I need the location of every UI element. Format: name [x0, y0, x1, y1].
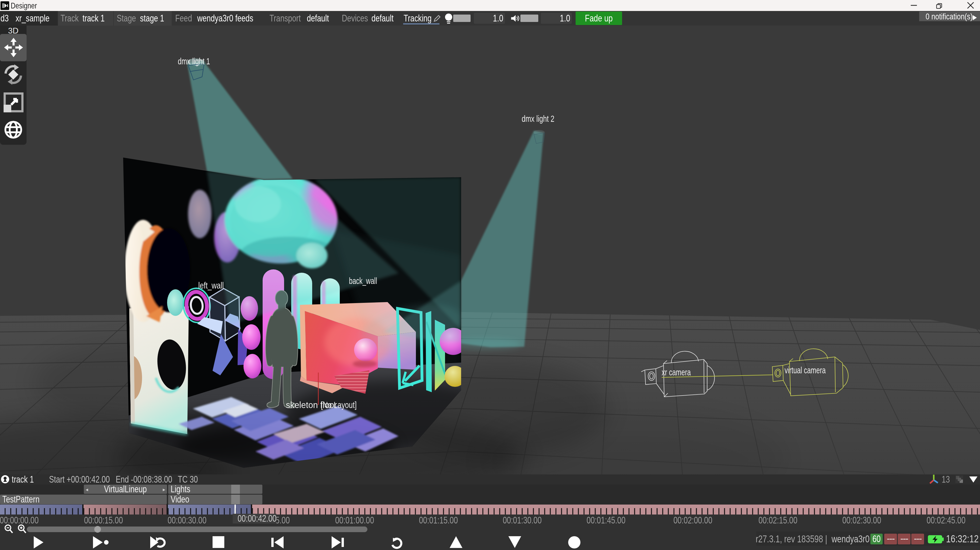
svg-text:dmx light 1: dmx light 1 [178, 56, 210, 66]
svg-text:left_wall: left_wall [198, 280, 224, 290]
svg-text:dmx light 2: dmx light 2 [522, 114, 554, 124]
svg-text:xr camera: xr camera [662, 367, 691, 377]
svg-text:virtual camera: virtual camera [784, 365, 826, 375]
svg-text:[No Layout]: [No Layout] [321, 400, 356, 410]
svg-text:back_wall: back_wall [349, 276, 377, 286]
